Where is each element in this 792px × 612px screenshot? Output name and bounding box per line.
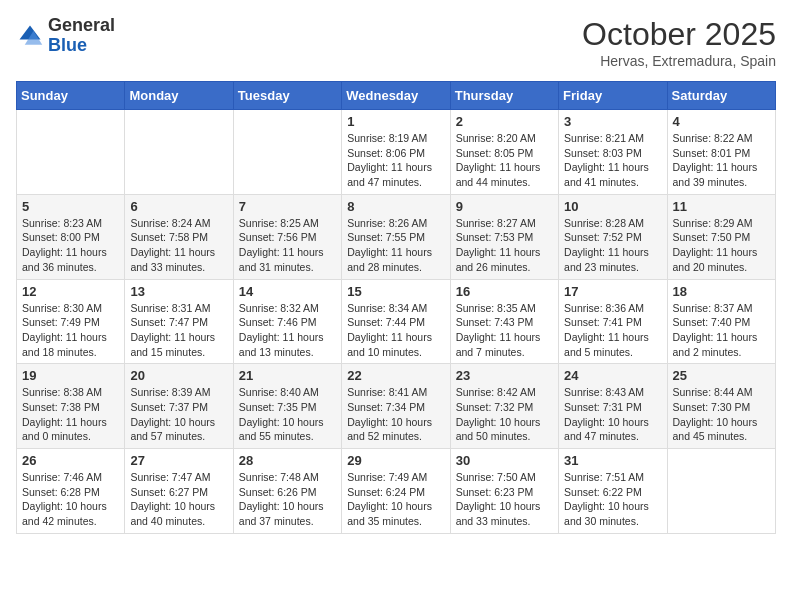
daylight-text: Daylight: 10 hours and 42 minutes. bbox=[22, 499, 119, 528]
page-header: General Blue October 2025 Hervas, Extrem… bbox=[16, 16, 776, 69]
calendar-day-cell: 18Sunrise: 8:37 AMSunset: 7:40 PMDayligh… bbox=[667, 279, 775, 364]
calendar-day-cell: 1Sunrise: 8:19 AMSunset: 8:06 PMDaylight… bbox=[342, 110, 450, 195]
calendar-week-row: 19Sunrise: 8:38 AMSunset: 7:38 PMDayligh… bbox=[17, 364, 776, 449]
day-number: 31 bbox=[564, 453, 661, 468]
calendar-day-cell: 13Sunrise: 8:31 AMSunset: 7:47 PMDayligh… bbox=[125, 279, 233, 364]
day-info: Sunrise: 8:29 AMSunset: 7:50 PMDaylight:… bbox=[673, 216, 770, 275]
sunset-text: Sunset: 7:35 PM bbox=[239, 400, 336, 415]
day-number: 3 bbox=[564, 114, 661, 129]
logo-text: General Blue bbox=[48, 16, 115, 56]
sunrise-text: Sunrise: 7:46 AM bbox=[22, 470, 119, 485]
calendar-day-cell: 9Sunrise: 8:27 AMSunset: 7:53 PMDaylight… bbox=[450, 194, 558, 279]
calendar-day-cell: 27Sunrise: 7:47 AMSunset: 6:27 PMDayligh… bbox=[125, 449, 233, 534]
sunrise-text: Sunrise: 8:28 AM bbox=[564, 216, 661, 231]
calendar-day-cell: 8Sunrise: 8:26 AMSunset: 7:55 PMDaylight… bbox=[342, 194, 450, 279]
day-info: Sunrise: 7:47 AMSunset: 6:27 PMDaylight:… bbox=[130, 470, 227, 529]
sunrise-text: Sunrise: 8:44 AM bbox=[673, 385, 770, 400]
sunrise-text: Sunrise: 8:40 AM bbox=[239, 385, 336, 400]
day-number: 5 bbox=[22, 199, 119, 214]
day-number: 17 bbox=[564, 284, 661, 299]
day-number: 2 bbox=[456, 114, 553, 129]
day-number: 18 bbox=[673, 284, 770, 299]
sunrise-text: Sunrise: 8:20 AM bbox=[456, 131, 553, 146]
day-number: 20 bbox=[130, 368, 227, 383]
weekday-header-row: SundayMondayTuesdayWednesdayThursdayFrid… bbox=[17, 82, 776, 110]
daylight-text: Daylight: 10 hours and 57 minutes. bbox=[130, 415, 227, 444]
sunset-text: Sunset: 7:32 PM bbox=[456, 400, 553, 415]
day-number: 26 bbox=[22, 453, 119, 468]
logo-blue: Blue bbox=[48, 36, 115, 56]
day-number: 24 bbox=[564, 368, 661, 383]
calendar-day-cell: 21Sunrise: 8:40 AMSunset: 7:35 PMDayligh… bbox=[233, 364, 341, 449]
sunset-text: Sunset: 7:43 PM bbox=[456, 315, 553, 330]
daylight-text: Daylight: 11 hours and 13 minutes. bbox=[239, 330, 336, 359]
sunset-text: Sunset: 7:53 PM bbox=[456, 230, 553, 245]
day-info: Sunrise: 8:42 AMSunset: 7:32 PMDaylight:… bbox=[456, 385, 553, 444]
day-number: 12 bbox=[22, 284, 119, 299]
daylight-text: Daylight: 10 hours and 40 minutes. bbox=[130, 499, 227, 528]
sunset-text: Sunset: 7:49 PM bbox=[22, 315, 119, 330]
day-info: Sunrise: 7:51 AMSunset: 6:22 PMDaylight:… bbox=[564, 470, 661, 529]
day-info: Sunrise: 7:48 AMSunset: 6:26 PMDaylight:… bbox=[239, 470, 336, 529]
sunset-text: Sunset: 6:26 PM bbox=[239, 485, 336, 500]
calendar-day-cell: 28Sunrise: 7:48 AMSunset: 6:26 PMDayligh… bbox=[233, 449, 341, 534]
calendar-day-cell: 2Sunrise: 8:20 AMSunset: 8:05 PMDaylight… bbox=[450, 110, 558, 195]
calendar-day-cell: 14Sunrise: 8:32 AMSunset: 7:46 PMDayligh… bbox=[233, 279, 341, 364]
sunrise-text: Sunrise: 8:34 AM bbox=[347, 301, 444, 316]
sunset-text: Sunset: 7:31 PM bbox=[564, 400, 661, 415]
day-info: Sunrise: 8:44 AMSunset: 7:30 PMDaylight:… bbox=[673, 385, 770, 444]
calendar-week-row: 5Sunrise: 8:23 AMSunset: 8:00 PMDaylight… bbox=[17, 194, 776, 279]
daylight-text: Daylight: 10 hours and 37 minutes. bbox=[239, 499, 336, 528]
daylight-text: Daylight: 10 hours and 50 minutes. bbox=[456, 415, 553, 444]
sunrise-text: Sunrise: 8:27 AM bbox=[456, 216, 553, 231]
sunrise-text: Sunrise: 8:38 AM bbox=[22, 385, 119, 400]
calendar-day-cell: 10Sunrise: 8:28 AMSunset: 7:52 PMDayligh… bbox=[559, 194, 667, 279]
daylight-text: Daylight: 10 hours and 47 minutes. bbox=[564, 415, 661, 444]
calendar-day-cell: 4Sunrise: 8:22 AMSunset: 8:01 PMDaylight… bbox=[667, 110, 775, 195]
calendar-day-cell: 11Sunrise: 8:29 AMSunset: 7:50 PMDayligh… bbox=[667, 194, 775, 279]
sunset-text: Sunset: 7:37 PM bbox=[130, 400, 227, 415]
calendar-day-cell bbox=[667, 449, 775, 534]
day-info: Sunrise: 8:19 AMSunset: 8:06 PMDaylight:… bbox=[347, 131, 444, 190]
day-number: 13 bbox=[130, 284, 227, 299]
daylight-text: Daylight: 11 hours and 26 minutes. bbox=[456, 245, 553, 274]
sunrise-text: Sunrise: 7:49 AM bbox=[347, 470, 444, 485]
day-info: Sunrise: 8:26 AMSunset: 7:55 PMDaylight:… bbox=[347, 216, 444, 275]
day-number: 23 bbox=[456, 368, 553, 383]
day-number: 10 bbox=[564, 199, 661, 214]
daylight-text: Daylight: 11 hours and 39 minutes. bbox=[673, 160, 770, 189]
calendar-day-cell: 3Sunrise: 8:21 AMSunset: 8:03 PMDaylight… bbox=[559, 110, 667, 195]
day-info: Sunrise: 8:35 AMSunset: 7:43 PMDaylight:… bbox=[456, 301, 553, 360]
sunset-text: Sunset: 7:40 PM bbox=[673, 315, 770, 330]
calendar-day-cell: 24Sunrise: 8:43 AMSunset: 7:31 PMDayligh… bbox=[559, 364, 667, 449]
calendar-day-cell bbox=[125, 110, 233, 195]
sunrise-text: Sunrise: 8:31 AM bbox=[130, 301, 227, 316]
daylight-text: Daylight: 11 hours and 23 minutes. bbox=[564, 245, 661, 274]
day-info: Sunrise: 7:49 AMSunset: 6:24 PMDaylight:… bbox=[347, 470, 444, 529]
logo-icon bbox=[16, 22, 44, 50]
daylight-text: Daylight: 11 hours and 33 minutes. bbox=[130, 245, 227, 274]
calendar-day-cell: 22Sunrise: 8:41 AMSunset: 7:34 PMDayligh… bbox=[342, 364, 450, 449]
day-info: Sunrise: 7:50 AMSunset: 6:23 PMDaylight:… bbox=[456, 470, 553, 529]
day-info: Sunrise: 8:43 AMSunset: 7:31 PMDaylight:… bbox=[564, 385, 661, 444]
day-number: 21 bbox=[239, 368, 336, 383]
day-number: 30 bbox=[456, 453, 553, 468]
sunset-text: Sunset: 6:24 PM bbox=[347, 485, 444, 500]
day-number: 19 bbox=[22, 368, 119, 383]
sunset-text: Sunset: 7:55 PM bbox=[347, 230, 444, 245]
day-info: Sunrise: 8:25 AMSunset: 7:56 PMDaylight:… bbox=[239, 216, 336, 275]
day-number: 28 bbox=[239, 453, 336, 468]
calendar-day-cell: 16Sunrise: 8:35 AMSunset: 7:43 PMDayligh… bbox=[450, 279, 558, 364]
day-info: Sunrise: 8:36 AMSunset: 7:41 PMDaylight:… bbox=[564, 301, 661, 360]
sunrise-text: Sunrise: 8:30 AM bbox=[22, 301, 119, 316]
location-subtitle: Hervas, Extremadura, Spain bbox=[582, 53, 776, 69]
sunset-text: Sunset: 7:34 PM bbox=[347, 400, 444, 415]
day-info: Sunrise: 8:22 AMSunset: 8:01 PMDaylight:… bbox=[673, 131, 770, 190]
daylight-text: Daylight: 10 hours and 33 minutes. bbox=[456, 499, 553, 528]
day-info: Sunrise: 8:21 AMSunset: 8:03 PMDaylight:… bbox=[564, 131, 661, 190]
day-number: 27 bbox=[130, 453, 227, 468]
daylight-text: Daylight: 11 hours and 2 minutes. bbox=[673, 330, 770, 359]
calendar-day-cell: 7Sunrise: 8:25 AMSunset: 7:56 PMDaylight… bbox=[233, 194, 341, 279]
sunset-text: Sunset: 7:38 PM bbox=[22, 400, 119, 415]
sunset-text: Sunset: 7:50 PM bbox=[673, 230, 770, 245]
